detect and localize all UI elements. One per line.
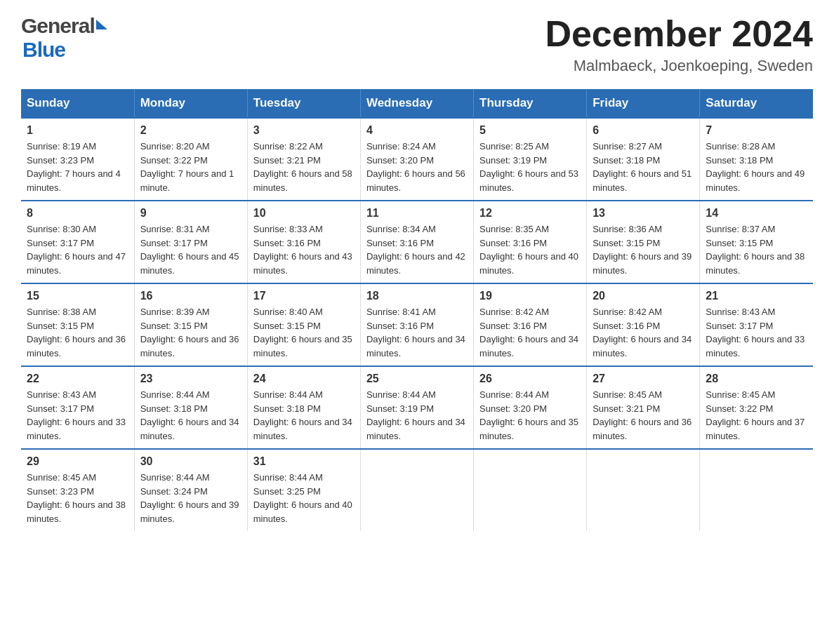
calendar-cell: 17Sunrise: 8:40 AMSunset: 3:15 PMDayligh…	[247, 283, 360, 366]
calendar-cell: 3Sunrise: 8:22 AMSunset: 3:21 PMDaylight…	[247, 118, 360, 201]
day-info: Sunrise: 8:42 AMSunset: 3:16 PMDaylight:…	[479, 305, 581, 360]
calendar-cell: 15Sunrise: 8:38 AMSunset: 3:15 PMDayligh…	[21, 283, 134, 366]
weekday-header-tuesday: Tuesday	[247, 89, 360, 118]
calendar-cell: 25Sunrise: 8:44 AMSunset: 3:19 PMDayligh…	[360, 366, 473, 449]
weekday-header-wednesday: Wednesday	[360, 89, 473, 118]
weekday-header-thursday: Thursday	[474, 89, 587, 118]
calendar-cell	[360, 449, 473, 531]
day-number: 3	[253, 124, 355, 137]
calendar-cell: 20Sunrise: 8:42 AMSunset: 3:16 PMDayligh…	[587, 283, 700, 366]
month-title: December 2024	[545, 14, 813, 54]
day-number: 16	[140, 290, 241, 302]
day-number: 29	[27, 455, 128, 468]
day-info: Sunrise: 8:44 AMSunset: 3:19 PMDaylight:…	[366, 388, 468, 443]
day-info: Sunrise: 8:41 AMSunset: 3:16 PMDaylight:…	[366, 305, 468, 360]
day-number: 25	[366, 373, 468, 385]
calendar-cell: 9Sunrise: 8:31 AMSunset: 3:17 PMDaylight…	[134, 201, 247, 283]
weekday-header-saturday: Saturday	[700, 89, 813, 118]
calendar-cell: 28Sunrise: 8:45 AMSunset: 3:22 PMDayligh…	[700, 366, 813, 449]
day-number: 30	[140, 455, 241, 468]
calendar-week-row: 8Sunrise: 8:30 AMSunset: 3:17 PMDaylight…	[21, 201, 813, 283]
day-info: Sunrise: 8:31 AMSunset: 3:17 PMDaylight:…	[140, 222, 241, 277]
calendar-cell	[700, 449, 813, 531]
day-number: 21	[706, 290, 807, 302]
calendar-cell: 7Sunrise: 8:28 AMSunset: 3:18 PMDaylight…	[700, 118, 813, 201]
calendar-header: SundayMondayTuesdayWednesdayThursdayFrid…	[21, 89, 813, 118]
calendar-cell: 1Sunrise: 8:19 AMSunset: 3:23 PMDaylight…	[21, 118, 134, 201]
day-number: 4	[366, 124, 468, 137]
day-number: 18	[366, 290, 468, 302]
day-number: 9	[140, 207, 241, 220]
calendar-cell: 18Sunrise: 8:41 AMSunset: 3:16 PMDayligh…	[360, 283, 473, 366]
calendar-cell: 4Sunrise: 8:24 AMSunset: 3:20 PMDaylight…	[360, 118, 473, 201]
day-info: Sunrise: 8:22 AMSunset: 3:21 PMDaylight:…	[253, 140, 355, 194]
day-info: Sunrise: 8:28 AMSunset: 3:18 PMDaylight:…	[706, 140, 807, 194]
day-number: 5	[479, 124, 581, 137]
day-number: 1	[27, 124, 128, 137]
day-number: 26	[479, 373, 581, 385]
day-number: 13	[593, 207, 694, 220]
day-number: 22	[27, 373, 128, 385]
calendar-week-row: 22Sunrise: 8:43 AMSunset: 3:17 PMDayligh…	[21, 366, 813, 449]
logo-general-text: General	[21, 14, 95, 38]
logo-arrow-icon	[96, 20, 107, 29]
day-number: 7	[706, 124, 807, 137]
day-info: Sunrise: 8:38 AMSunset: 3:15 PMDaylight:…	[27, 305, 128, 360]
calendar-cell: 31Sunrise: 8:44 AMSunset: 3:25 PMDayligh…	[247, 449, 360, 531]
day-info: Sunrise: 8:35 AMSunset: 3:16 PMDaylight:…	[479, 222, 581, 277]
calendar-cell: 6Sunrise: 8:27 AMSunset: 3:18 PMDaylight…	[587, 118, 700, 201]
day-info: Sunrise: 8:36 AMSunset: 3:15 PMDaylight:…	[593, 222, 694, 277]
day-info: Sunrise: 8:45 AMSunset: 3:23 PMDaylight:…	[27, 471, 128, 525]
day-number: 28	[706, 373, 807, 385]
calendar-cell: 12Sunrise: 8:35 AMSunset: 3:16 PMDayligh…	[474, 201, 587, 283]
calendar-week-row: 15Sunrise: 8:38 AMSunset: 3:15 PMDayligh…	[21, 283, 813, 366]
day-info: Sunrise: 8:34 AMSunset: 3:16 PMDaylight:…	[366, 222, 468, 277]
calendar-week-row: 1Sunrise: 8:19 AMSunset: 3:23 PMDaylight…	[21, 118, 813, 201]
calendar-cell: 23Sunrise: 8:44 AMSunset: 3:18 PMDayligh…	[134, 366, 247, 449]
day-info: Sunrise: 8:25 AMSunset: 3:19 PMDaylight:…	[479, 140, 581, 194]
calendar-table: SundayMondayTuesdayWednesdayThursdayFrid…	[21, 89, 813, 531]
calendar-cell	[587, 449, 700, 531]
day-info: Sunrise: 8:20 AMSunset: 3:22 PMDaylight:…	[140, 140, 241, 194]
calendar-cell: 19Sunrise: 8:42 AMSunset: 3:16 PMDayligh…	[474, 283, 587, 366]
day-number: 24	[253, 373, 355, 385]
logo: General Blue	[21, 14, 107, 62]
calendar-cell: 13Sunrise: 8:36 AMSunset: 3:15 PMDayligh…	[587, 201, 700, 283]
day-number: 27	[593, 373, 694, 385]
day-info: Sunrise: 8:45 AMSunset: 3:22 PMDaylight:…	[706, 388, 807, 443]
calendar-cell: 30Sunrise: 8:44 AMSunset: 3:24 PMDayligh…	[134, 449, 247, 531]
calendar-cell	[474, 449, 587, 531]
day-info: Sunrise: 8:43 AMSunset: 3:17 PMDaylight:…	[706, 305, 807, 360]
day-number: 10	[253, 207, 355, 220]
day-number: 14	[706, 207, 807, 220]
day-info: Sunrise: 8:43 AMSunset: 3:17 PMDaylight:…	[27, 388, 128, 443]
title-section: December 2024 Malmbaeck, Joenkoeping, Sw…	[545, 14, 813, 75]
calendar-cell: 5Sunrise: 8:25 AMSunset: 3:19 PMDaylight…	[474, 118, 587, 201]
day-info: Sunrise: 8:27 AMSunset: 3:18 PMDaylight:…	[593, 140, 694, 194]
weekday-header-sunday: Sunday	[21, 89, 134, 118]
day-info: Sunrise: 8:19 AMSunset: 3:23 PMDaylight:…	[27, 140, 128, 194]
calendar-cell: 8Sunrise: 8:30 AMSunset: 3:17 PMDaylight…	[21, 201, 134, 283]
calendar-cell: 26Sunrise: 8:44 AMSunset: 3:20 PMDayligh…	[474, 366, 587, 449]
day-info: Sunrise: 8:37 AMSunset: 3:15 PMDaylight:…	[706, 222, 807, 277]
calendar-week-row: 29Sunrise: 8:45 AMSunset: 3:23 PMDayligh…	[21, 449, 813, 531]
day-info: Sunrise: 8:39 AMSunset: 3:15 PMDaylight:…	[140, 305, 241, 360]
calendar-cell: 11Sunrise: 8:34 AMSunset: 3:16 PMDayligh…	[360, 201, 473, 283]
day-info: Sunrise: 8:30 AMSunset: 3:17 PMDaylight:…	[27, 222, 128, 277]
page-header: General Blue December 2024 Malmbaeck, Jo…	[21, 14, 813, 75]
day-number: 11	[366, 207, 468, 220]
day-number: 31	[253, 455, 355, 468]
day-info: Sunrise: 8:44 AMSunset: 3:25 PMDaylight:…	[253, 471, 355, 525]
calendar-cell: 10Sunrise: 8:33 AMSunset: 3:16 PMDayligh…	[247, 201, 360, 283]
calendar-cell: 22Sunrise: 8:43 AMSunset: 3:17 PMDayligh…	[21, 366, 134, 449]
calendar-cell: 2Sunrise: 8:20 AMSunset: 3:22 PMDaylight…	[134, 118, 247, 201]
day-info: Sunrise: 8:44 AMSunset: 3:18 PMDaylight:…	[253, 388, 355, 443]
day-info: Sunrise: 8:40 AMSunset: 3:15 PMDaylight:…	[253, 305, 355, 360]
weekday-header-monday: Monday	[134, 89, 247, 118]
day-info: Sunrise: 8:33 AMSunset: 3:16 PMDaylight:…	[253, 222, 355, 277]
calendar-cell: 24Sunrise: 8:44 AMSunset: 3:18 PMDayligh…	[247, 366, 360, 449]
day-number: 8	[27, 207, 128, 220]
calendar-cell: 21Sunrise: 8:43 AMSunset: 3:17 PMDayligh…	[700, 283, 813, 366]
weekday-header-friday: Friday	[587, 89, 700, 118]
calendar-cell: 14Sunrise: 8:37 AMSunset: 3:15 PMDayligh…	[700, 201, 813, 283]
